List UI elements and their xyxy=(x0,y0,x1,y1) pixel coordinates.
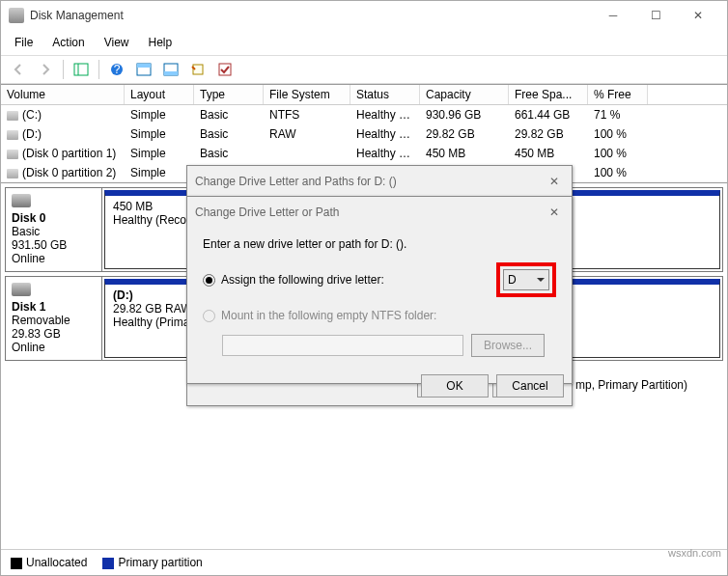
svg-text:?: ? xyxy=(114,63,121,76)
close-icon[interactable]: ✕ xyxy=(545,203,564,222)
dialog-title: Change Drive Letter or Path xyxy=(195,206,545,219)
help-icon[interactable]: ? xyxy=(105,59,128,80)
svg-rect-0 xyxy=(74,64,88,75)
partition-trail-text: mp, Primary Partition) xyxy=(575,378,687,392)
col-fs[interactable]: File System xyxy=(264,85,350,104)
app-icon xyxy=(9,8,24,23)
menubar: File Action View Help xyxy=(1,30,727,55)
table-header[interactable]: Volume Layout Type File System Status Ca… xyxy=(1,85,727,105)
menu-view[interactable]: View xyxy=(97,32,137,53)
cancel-button[interactable]: Cancel xyxy=(496,374,564,398)
col-volume[interactable]: Volume xyxy=(1,85,125,104)
close-icon[interactable]: ✕ xyxy=(545,172,564,191)
col-type[interactable]: Type xyxy=(194,85,264,104)
back-button xyxy=(7,59,30,80)
col-capacity[interactable]: Capacity xyxy=(420,85,509,104)
mount-path-input xyxy=(222,335,463,356)
separator xyxy=(98,60,99,79)
col-status[interactable]: Status xyxy=(350,85,420,104)
view-top-icon[interactable] xyxy=(132,59,155,80)
window-title: Disk Management xyxy=(30,9,592,22)
menu-help[interactable]: Help xyxy=(141,32,181,53)
swatch-primary-icon xyxy=(102,558,114,569)
ok-button[interactable]: OK xyxy=(421,374,489,398)
legend-unallocated: Unallocated xyxy=(11,556,87,569)
browse-button: Browse... xyxy=(471,334,545,357)
table-row[interactable]: (C:)SimpleBasicNTFSHealthy (B...930.96 G… xyxy=(1,105,727,124)
svg-rect-7 xyxy=(164,71,178,75)
dialog-title: Change Drive Letter and Paths for D: () xyxy=(195,175,545,188)
disk-icon xyxy=(12,283,31,296)
swatch-unallocated-icon xyxy=(11,558,22,569)
col-pct[interactable]: % Free xyxy=(588,85,648,104)
drive-letter-combo[interactable]: D xyxy=(503,269,549,290)
table-row[interactable]: (D:)SimpleBasicRAWHealthy (P...29.82 GB2… xyxy=(1,124,727,144)
close-button[interactable]: ✕ xyxy=(677,2,719,29)
properties-icon[interactable] xyxy=(186,59,210,80)
radio-mount-folder[interactable] xyxy=(203,310,215,322)
chevron-down-icon xyxy=(537,276,545,284)
titlebar[interactable]: Disk Management ─ ☐ ✕ xyxy=(1,1,727,30)
radio-assign-letter[interactable] xyxy=(203,274,215,287)
highlight-box: D xyxy=(496,262,556,297)
menu-file[interactable]: File xyxy=(7,32,41,53)
drive-icon xyxy=(7,150,18,159)
disk-management-window: Disk Management ─ ☐ ✕ File Action View H… xyxy=(0,0,728,576)
maximize-button[interactable]: ☐ xyxy=(634,2,677,29)
separator xyxy=(63,60,64,79)
svg-rect-9 xyxy=(219,64,231,75)
table-row[interactable]: (Disk 0 partition 1)SimpleBasicHealthy (… xyxy=(1,144,727,163)
col-free[interactable]: Free Spa... xyxy=(509,85,588,104)
menu-action[interactable]: Action xyxy=(44,32,92,53)
drive-icon xyxy=(7,169,18,178)
panel-icon[interactable] xyxy=(70,59,93,80)
radio-label-mount: Mount in the following empty NTFS folder… xyxy=(221,309,436,322)
legend-primary: Primary partition xyxy=(102,556,202,569)
view-bottom-icon[interactable] xyxy=(159,59,182,80)
change-letter-dialog[interactable]: Change Drive Letter or Path ✕ Enter a ne… xyxy=(186,196,573,384)
check-icon[interactable] xyxy=(213,59,237,80)
forward-button xyxy=(34,59,57,80)
legend: Unallocated Primary partition xyxy=(1,549,727,575)
col-layout[interactable]: Layout xyxy=(125,85,194,104)
dialog-prompt: Enter a new drive letter or path for D: … xyxy=(203,237,556,251)
drive-icon xyxy=(7,130,18,140)
watermark: wsxdn.com xyxy=(668,547,721,559)
svg-rect-5 xyxy=(137,64,151,68)
drive-icon xyxy=(7,111,18,121)
minimize-button[interactable]: ─ xyxy=(592,2,634,29)
disk-icon xyxy=(12,194,31,207)
radio-label-assign: Assign the following drive letter: xyxy=(221,273,490,287)
toolbar: ? xyxy=(1,55,727,84)
